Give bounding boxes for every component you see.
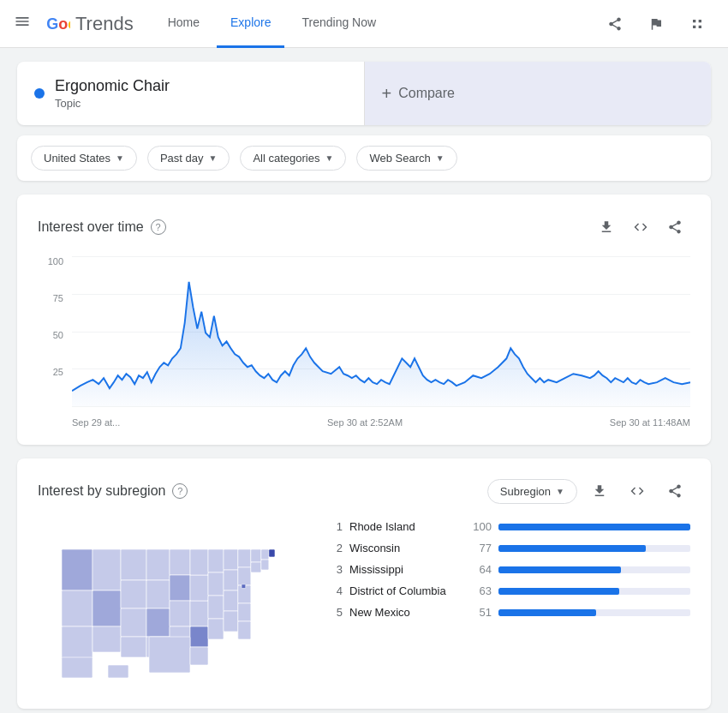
svg-rect-38	[261, 549, 269, 560]
compare-button[interactable]: + Compare	[365, 62, 712, 125]
svg-rect-24	[208, 549, 224, 572]
subregion-dropdown[interactable]: Subregion ▼	[487, 479, 577, 504]
svg-rect-33	[238, 567, 251, 585]
region-name: New Mexico	[349, 606, 461, 619]
logo-text: Trends	[75, 13, 134, 35]
nav-trending-now[interactable]: Trending Now	[288, 0, 390, 48]
share-icon[interactable]	[598, 7, 632, 41]
region-bar-track	[498, 609, 690, 616]
time-filter[interactable]: Past day ▼	[147, 146, 230, 171]
svg-rect-29	[224, 570, 238, 590]
search-type-label: Web Search	[369, 152, 430, 165]
header: Google Trends Home Explore Trending Now	[0, 0, 728, 48]
svg-rect-27	[208, 619, 224, 639]
subregion-dropdown-arrow: ▼	[556, 487, 564, 496]
subregion-item[interactable]: 3 Mississippi 64	[329, 563, 690, 576]
download-icon[interactable]	[591, 212, 622, 243]
svg-rect-12	[146, 549, 170, 580]
subregion-item[interactable]: 1 Rhode Island 100	[329, 520, 690, 533]
region-bar-fill	[498, 545, 646, 552]
region-name: District of Columbia	[349, 584, 461, 597]
main-nav: Home Explore Trending Now	[154, 0, 598, 48]
location-dropdown-arrow: ▼	[116, 153, 124, 163]
subregion-item[interactable]: 4 District of Columbia 63	[329, 584, 690, 597]
svg-rect-36	[238, 621, 251, 639]
region-bar-fill	[498, 524, 690, 530]
interest-over-time-help-icon[interactable]: ?	[151, 219, 166, 235]
category-label: All categories	[253, 152, 319, 165]
svg-rect-45	[62, 657, 92, 678]
nav-explore[interactable]: Explore	[217, 0, 284, 48]
x-label-3: Sep 30 at 11:48AM	[610, 417, 690, 428]
embed-code-icon[interactable]	[625, 212, 656, 243]
chart-y-labels: 100 75 50 25	[38, 256, 63, 407]
chart-x-labels: Sep 29 at... Sep 30 at 2:52AM Sep 30 at …	[72, 414, 690, 428]
interest-over-time-header: Interest over time ?	[38, 212, 690, 243]
svg-rect-30	[224, 590, 238, 611]
flag-icon[interactable]	[639, 7, 673, 41]
apps-icon[interactable]	[680, 7, 714, 41]
svg-rect-44	[190, 647, 208, 665]
interest-by-subregion-card: Interest by subregion ? Subregion ▼	[17, 458, 711, 709]
subregion-list: 1 Rhode Island 100 2 Wisconsin 77 3 Miss…	[329, 520, 690, 692]
subregion-download-icon[interactable]	[584, 476, 615, 506]
region-name: Rhode Island	[349, 520, 461, 533]
svg-rect-3	[62, 590, 92, 626]
svg-rect-6	[92, 590, 121, 626]
svg-rect-22	[190, 575, 208, 601]
us-map	[46, 520, 303, 692]
region-bar-track	[498, 545, 690, 552]
svg-rect-43	[149, 637, 190, 673]
subregion-item[interactable]: 2 Wisconsin 77	[329, 542, 690, 554]
region-rank: 3	[329, 563, 343, 576]
search-type-dropdown-arrow: ▼	[436, 153, 445, 163]
svg-rect-39	[269, 549, 275, 557]
category-filter[interactable]: All categories ▼	[240, 146, 346, 171]
svg-rect-5	[92, 549, 121, 590]
y-label-75: 75	[38, 293, 63, 303]
blue-dot-indicator	[34, 88, 45, 99]
time-label: Past day	[160, 152, 204, 165]
svg-rect-28	[224, 549, 238, 570]
region-bar-fill	[498, 609, 596, 616]
subregion-actions: Subregion ▼	[487, 476, 690, 506]
plus-icon: +	[382, 84, 392, 104]
region-rank: 5	[329, 606, 343, 619]
interest-by-subregion-header: Interest by subregion ? Subregion ▼	[38, 476, 690, 506]
subregion-item[interactable]: 5 New Mexico 51	[329, 606, 690, 619]
subregion-help-icon[interactable]: ?	[172, 483, 188, 499]
region-value: 64	[468, 563, 492, 576]
category-dropdown-arrow: ▼	[325, 153, 334, 163]
y-label-25: 25	[38, 367, 63, 377]
search-type-filter[interactable]: Web Search ▼	[356, 146, 456, 171]
svg-rect-13	[146, 580, 170, 608]
interest-by-subregion-title: Interest by subregion	[38, 483, 165, 499]
share-chart-icon[interactable]	[659, 212, 690, 243]
menu-icon[interactable]	[14, 13, 31, 34]
svg-rect-41	[261, 560, 269, 570]
interest-chart: 100 75 50 25	[38, 256, 690, 428]
chart-area	[72, 256, 690, 407]
location-filter[interactable]: United States ▼	[31, 146, 137, 171]
svg-rect-11	[121, 637, 146, 657]
us-map-container	[38, 520, 312, 692]
svg-rect-26	[208, 596, 224, 619]
svg-rect-32	[238, 549, 251, 567]
region-bar-track	[498, 524, 690, 530]
region-bar-fill	[498, 588, 619, 595]
search-term-box: Ergonomic Chair Topic	[17, 62, 365, 125]
svg-rect-14	[146, 608, 170, 637]
subregion-share-icon[interactable]	[659, 476, 690, 506]
svg-rect-17	[170, 575, 190, 601]
svg-rect-21	[190, 626, 208, 647]
svg-rect-46	[108, 665, 128, 678]
region-value: 100	[468, 520, 492, 533]
svg-rect-31	[224, 611, 238, 632]
location-label: United States	[44, 152, 110, 165]
nav-home[interactable]: Home	[154, 0, 213, 48]
subregion-embed-icon[interactable]	[622, 476, 653, 506]
svg-text:Google: Google	[46, 15, 70, 33]
x-label-1: Sep 29 at...	[72, 417, 120, 428]
subregion-dropdown-label: Subregion	[500, 485, 551, 498]
interest-over-time-card: Interest over time ?	[17, 195, 711, 445]
